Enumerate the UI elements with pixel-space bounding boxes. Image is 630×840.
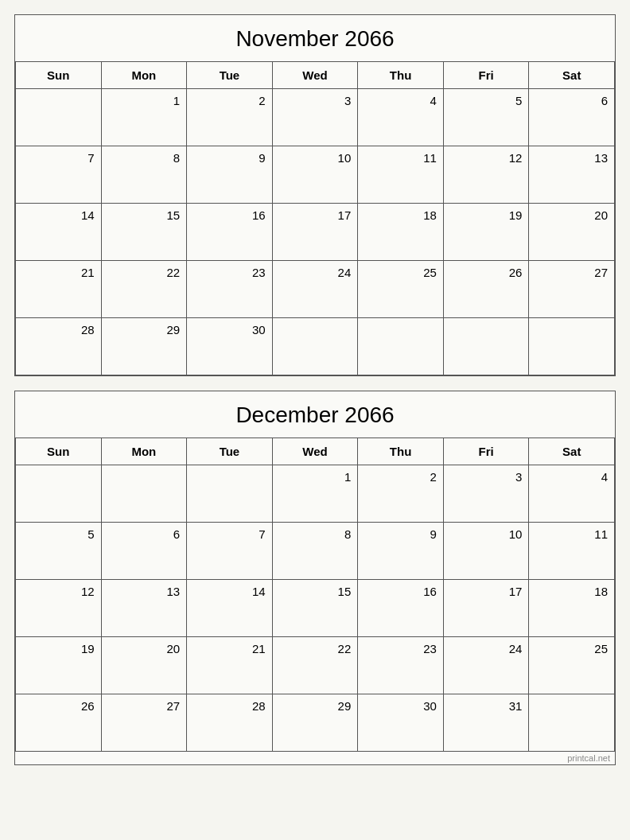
- dec-w1-thu: 2: [358, 465, 444, 523]
- nov-w2-fri: 12: [444, 146, 530, 204]
- nov-w5-wed: [273, 318, 359, 375]
- dec-w5-tue: 28: [187, 694, 273, 752]
- dec-w4-wed: 22: [273, 637, 359, 694]
- nov-w2-sun: 7: [16, 146, 102, 204]
- dec-header-sat: Sat: [529, 438, 615, 465]
- nov-w3-sun: 14: [16, 204, 102, 261]
- nov-w1-tue: 2: [187, 89, 273, 146]
- dec-w3-sat: 18: [529, 580, 615, 637]
- dec-w2-tue: 7: [187, 523, 273, 580]
- nov-w5-tue: 30: [187, 318, 273, 375]
- watermark: printcal.net: [15, 752, 615, 764]
- nov-header-wed: Wed: [273, 62, 359, 89]
- nov-header-tue: Tue: [187, 62, 273, 89]
- dec-w5-fri: 31: [444, 694, 530, 752]
- nov-header-sat: Sat: [529, 62, 615, 89]
- nov-w4-mon: 22: [102, 261, 188, 318]
- nov-w2-wed: 10: [273, 146, 359, 204]
- nov-w2-tue: 9: [187, 146, 273, 204]
- december-title: December 2066: [15, 391, 615, 438]
- nov-w2-thu: 11: [358, 146, 444, 204]
- calendar-container: November 2066 Sun Mon Tue Wed Thu Fri Sa…: [14, 14, 616, 765]
- nov-w5-sun: 28: [16, 318, 102, 375]
- dec-w5-wed: 29: [273, 694, 359, 752]
- dec-w2-fri: 10: [444, 523, 530, 580]
- nov-w3-sat: 20: [529, 204, 615, 261]
- dec-w3-sun: 12: [16, 580, 102, 637]
- nov-w1-wed: 3: [273, 89, 359, 146]
- dec-w3-wed: 15: [273, 580, 359, 637]
- nov-w1-thu: 4: [358, 89, 444, 146]
- dec-w4-sun: 19: [16, 637, 102, 694]
- november-grid: Sun Mon Tue Wed Thu Fri Sat 1 2 3 4 5 6 …: [15, 62, 615, 375]
- nov-w3-mon: 15: [102, 204, 188, 261]
- nov-header-mon: Mon: [102, 62, 188, 89]
- dec-w2-wed: 8: [273, 523, 359, 580]
- dec-w3-mon: 13: [102, 580, 188, 637]
- nov-w4-sat: 27: [529, 261, 615, 318]
- nov-header-thu: Thu: [358, 62, 444, 89]
- dec-w2-sat: 11: [529, 523, 615, 580]
- dec-header-fri: Fri: [444, 438, 530, 465]
- dec-header-wed: Wed: [273, 438, 359, 465]
- nov-w4-sun: 21: [16, 261, 102, 318]
- dec-w5-mon: 27: [102, 694, 188, 752]
- dec-w1-sun: [16, 465, 102, 523]
- december-grid: Sun Mon Tue Wed Thu Fri Sat 1 2 3 4 5 6 …: [15, 438, 615, 752]
- nov-w3-tue: 16: [187, 204, 273, 261]
- nov-header-fri: Fri: [444, 62, 530, 89]
- dec-header-thu: Thu: [358, 438, 444, 465]
- nov-w1-sat: 6: [529, 89, 615, 146]
- nov-w1-fri: 5: [444, 89, 530, 146]
- nov-w3-fri: 19: [444, 204, 530, 261]
- nov-w2-mon: 8: [102, 146, 188, 204]
- nov-w4-thu: 25: [358, 261, 444, 318]
- dec-w2-thu: 9: [358, 523, 444, 580]
- dec-w5-sat: [529, 694, 615, 752]
- dec-w1-tue: [187, 465, 273, 523]
- dec-header-sun: Sun: [16, 438, 102, 465]
- dec-header-mon: Mon: [102, 438, 188, 465]
- dec-w1-wed: 1: [273, 465, 359, 523]
- nov-w3-wed: 17: [273, 204, 359, 261]
- dec-w3-fri: 17: [444, 580, 530, 637]
- nov-w5-fri: [444, 318, 530, 375]
- nov-header-sun: Sun: [16, 62, 102, 89]
- nov-w5-mon: 29: [102, 318, 188, 375]
- dec-w2-mon: 6: [102, 523, 188, 580]
- nov-w5-thu: [358, 318, 444, 375]
- dec-header-tue: Tue: [187, 438, 273, 465]
- dec-w4-tue: 21: [187, 637, 273, 694]
- nov-w1-sun: [16, 89, 102, 146]
- dec-w4-thu: 23: [358, 637, 444, 694]
- nov-w5-sat: [529, 318, 615, 375]
- nov-w4-fri: 26: [444, 261, 530, 318]
- dec-w4-sat: 25: [529, 637, 615, 694]
- nov-w1-mon: 1: [102, 89, 188, 146]
- dec-w3-tue: 14: [187, 580, 273, 637]
- dec-w1-mon: [102, 465, 188, 523]
- nov-w2-sat: 13: [529, 146, 615, 204]
- nov-w4-tue: 23: [187, 261, 273, 318]
- dec-w5-sun: 26: [16, 694, 102, 752]
- november-title: November 2066: [15, 15, 615, 62]
- dec-w4-mon: 20: [102, 637, 188, 694]
- dec-w1-fri: 3: [444, 465, 530, 523]
- dec-w1-sat: 4: [529, 465, 615, 523]
- dec-w4-fri: 24: [444, 637, 530, 694]
- nov-w4-wed: 24: [273, 261, 359, 318]
- november-calendar: November 2066 Sun Mon Tue Wed Thu Fri Sa…: [14, 14, 616, 376]
- dec-w2-sun: 5: [16, 523, 102, 580]
- dec-w5-thu: 30: [358, 694, 444, 752]
- december-calendar: December 2066 Sun Mon Tue Wed Thu Fri Sa…: [14, 391, 616, 765]
- nov-w3-thu: 18: [358, 204, 444, 261]
- dec-w3-thu: 16: [358, 580, 444, 637]
